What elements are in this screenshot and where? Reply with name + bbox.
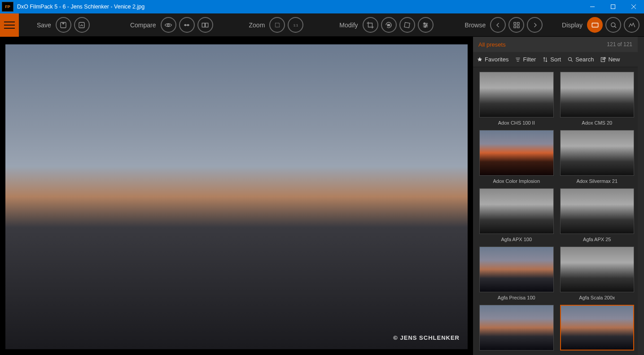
preset-name: Adox CMS 20 bbox=[560, 120, 635, 126]
compare-split-button[interactable] bbox=[179, 17, 195, 33]
preset-thumbnail[interactable] bbox=[560, 305, 635, 351]
scrollbar[interactable] bbox=[638, 37, 644, 355]
preset-thumbnail[interactable] bbox=[560, 188, 635, 234]
compare-group: Compare bbox=[130, 17, 213, 33]
display-label: Display bbox=[562, 22, 583, 29]
svg-point-13 bbox=[426, 24, 427, 26]
presets-count: 121 of 121 bbox=[607, 41, 632, 48]
compare-side-button[interactable] bbox=[197, 17, 213, 33]
image-credit: © JENS SCHLENKER bbox=[393, 334, 460, 341]
preset-item[interactable]: Agfa Precisa 100 bbox=[479, 247, 554, 300]
sort-label: Sort bbox=[550, 56, 561, 63]
zoom-label: Zoom bbox=[249, 22, 265, 29]
maximize-button[interactable] bbox=[603, 0, 623, 13]
preset-item[interactable]: Adox CHS 100 II bbox=[479, 72, 554, 126]
svg-rect-7 bbox=[206, 23, 208, 27]
preset-item[interactable] bbox=[560, 305, 635, 353]
svg-point-3 bbox=[167, 24, 170, 26]
preset-name: Agfa APX 25 bbox=[560, 237, 635, 242]
close-button[interactable] bbox=[623, 0, 644, 13]
modify-group: Modify 90 bbox=[339, 17, 433, 33]
preset-thumbnail[interactable] bbox=[479, 188, 554, 234]
preset-thumbnail[interactable] bbox=[560, 72, 635, 117]
preset-name: Adox CHS 100 II bbox=[479, 120, 554, 126]
zoom-group: Zoom 1:1 bbox=[249, 17, 304, 33]
modify-label: Modify bbox=[339, 22, 358, 29]
svg-rect-0 bbox=[611, 5, 615, 9]
filter-label: Filter bbox=[523, 56, 536, 63]
new-label: New bbox=[608, 56, 620, 63]
preset-name: Adox Color Implosion bbox=[479, 178, 554, 184]
preset-name: Agfa APX 100 bbox=[479, 237, 554, 242]
presets-toolbar: Favorites Filter Sort Search New bbox=[473, 52, 638, 67]
preset-thumbnail[interactable] bbox=[479, 72, 554, 117]
preset-thumbnail[interactable] bbox=[479, 305, 554, 351]
svg-rect-8 bbox=[275, 23, 279, 27]
zoom-fit-button[interactable] bbox=[269, 17, 285, 33]
preset-item[interactable]: Adox Color Implosion bbox=[479, 130, 554, 184]
presets-title[interactable]: All presets bbox=[478, 41, 506, 48]
display-histogram-button[interactable] bbox=[624, 17, 640, 33]
browse-label: Browse bbox=[465, 22, 486, 29]
main-image: © JENS SCHLENKER bbox=[5, 44, 468, 349]
save-button[interactable] bbox=[56, 17, 71, 33]
preset-thumbnail[interactable] bbox=[560, 247, 635, 292]
preset-name: Adox Silvermax 21 bbox=[560, 178, 635, 184]
svg-text:1:1: 1:1 bbox=[294, 23, 298, 27]
favorites-label: Favorites bbox=[485, 56, 508, 63]
image-viewer[interactable]: © JENS SCHLENKER bbox=[0, 37, 473, 355]
svg-rect-18 bbox=[517, 26, 519, 28]
save-label: Save bbox=[37, 22, 51, 29]
svg-point-12 bbox=[424, 22, 425, 24]
preset-item[interactable]: Adox CMS 20 bbox=[560, 72, 635, 126]
svg-rect-17 bbox=[514, 26, 516, 28]
sliders-button[interactable] bbox=[418, 17, 434, 33]
rotate-button[interactable]: 90 bbox=[381, 17, 397, 33]
compare-eye-button[interactable] bbox=[161, 17, 176, 33]
save-group: Save bbox=[37, 17, 90, 33]
display-controls-button[interactable] bbox=[605, 17, 621, 33]
titlebar: FP DxO FilmPack 5 - 6 - Jens Schlenker -… bbox=[0, 0, 644, 13]
new-button[interactable]: New bbox=[600, 56, 620, 63]
preset-name: Agfa Precisa 100 bbox=[479, 295, 554, 300]
preset-item[interactable]: Agfa Scala 200x bbox=[560, 247, 635, 300]
preset-thumbnail[interactable] bbox=[479, 247, 554, 292]
svg-rect-6 bbox=[202, 23, 205, 27]
presets-header: All presets 121 of 121 bbox=[473, 37, 638, 52]
browse-prev-button[interactable] bbox=[490, 17, 506, 33]
window-title: DxO FilmPack 5 - 6 - Jens Schlenker - Ve… bbox=[17, 4, 582, 10]
presets-panel: All presets 121 of 121 Favorites Filter … bbox=[473, 37, 638, 355]
display-presets-button[interactable] bbox=[587, 17, 603, 33]
compare-label: Compare bbox=[130, 22, 156, 29]
svg-rect-11 bbox=[404, 22, 410, 27]
search-label: Search bbox=[575, 56, 594, 63]
preset-item[interactable]: Agfa APX 100 bbox=[479, 188, 554, 242]
filter-button[interactable]: Filter bbox=[515, 56, 536, 63]
sort-button[interactable]: Sort bbox=[542, 56, 561, 63]
straighten-button[interactable] bbox=[399, 17, 415, 33]
browse-next-button[interactable] bbox=[527, 17, 543, 33]
app-icon: FP bbox=[2, 2, 13, 12]
browse-grid-button[interactable] bbox=[508, 17, 524, 33]
toolbar: Save Compare Zoom 1:1 Modify 90 Browse D… bbox=[0, 13, 644, 37]
preset-item[interactable]: Adox Silvermax 21 bbox=[560, 130, 635, 184]
preset-name: Agfa Scala 200x bbox=[560, 295, 635, 300]
preset-item[interactable]: Agfa APX 25 bbox=[560, 188, 635, 242]
svg-point-14 bbox=[425, 26, 426, 27]
svg-rect-19 bbox=[592, 23, 598, 27]
display-group: Display bbox=[562, 17, 640, 33]
browse-group: Browse bbox=[465, 17, 543, 33]
favorites-button[interactable]: Favorites bbox=[477, 56, 508, 63]
zoom-100-button[interactable]: 1:1 bbox=[288, 17, 303, 33]
preset-thumbnail[interactable] bbox=[560, 130, 635, 176]
search-button[interactable]: Search bbox=[567, 56, 594, 63]
save-as-button[interactable] bbox=[74, 17, 90, 33]
menu-button[interactable] bbox=[0, 13, 19, 37]
svg-text:90: 90 bbox=[387, 24, 390, 26]
minimize-button[interactable] bbox=[582, 0, 603, 13]
presets-scroll[interactable]: Adox CHS 100 IIAdox CMS 20Adox Color Imp… bbox=[473, 67, 638, 355]
preset-thumbnail[interactable] bbox=[479, 130, 554, 176]
preset-item[interactable] bbox=[479, 305, 554, 353]
crop-button[interactable] bbox=[363, 17, 378, 33]
svg-rect-15 bbox=[514, 22, 516, 25]
